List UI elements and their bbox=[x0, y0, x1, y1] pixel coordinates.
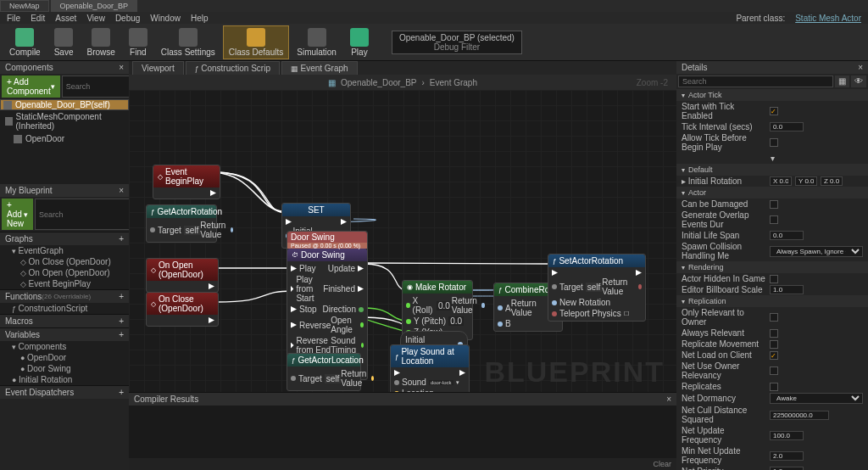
variables-header[interactable]: Variables+ bbox=[0, 328, 129, 341]
checkbox[interactable] bbox=[770, 275, 778, 283]
add-new-button[interactable]: + Add New ▾ bbox=[2, 199, 33, 230]
section-rendering[interactable]: Rendering bbox=[676, 261, 868, 273]
menu-asset[interactable]: Asset bbox=[55, 14, 76, 23]
parent-class-label: Parent class: bbox=[736, 14, 785, 23]
component-item[interactable]: StaticMeshComponent (Inherited) bbox=[0, 110, 129, 132]
number-field[interactable] bbox=[770, 451, 804, 461]
details-search-input[interactable] bbox=[678, 76, 833, 87]
number-field[interactable] bbox=[770, 285, 804, 294]
dropdown[interactable]: Always Spawn, Ignore Collisions bbox=[770, 246, 863, 257]
tab-blueprint[interactable]: Openable_Door_BP bbox=[51, 0, 138, 12]
number-field[interactable] bbox=[770, 467, 804, 470]
save-button[interactable]: Save bbox=[48, 25, 80, 59]
editor-tabs: Viewport ƒ Construction Scrip ▦ Event Gr… bbox=[129, 61, 676, 75]
checkbox[interactable] bbox=[770, 366, 778, 375]
tree-item[interactable]: ● Initial Rotation bbox=[0, 374, 129, 385]
plus-icon[interactable]: + bbox=[119, 388, 124, 397]
close-icon[interactable]: × bbox=[119, 186, 124, 195]
tree-item[interactable]: ◇ On Close (OpenDoor) bbox=[0, 256, 129, 267]
checkbox[interactable] bbox=[770, 200, 778, 209]
tree-item[interactable]: ▾ Components bbox=[0, 341, 129, 352]
tab-construction-script[interactable]: ƒ Construction Scrip bbox=[186, 61, 280, 75]
add-component-button[interactable]: + Add Component ▾ bbox=[2, 76, 60, 98]
plus-icon[interactable]: + bbox=[119, 292, 124, 301]
checkbox[interactable] bbox=[770, 107, 778, 115]
node-on-open[interactable]: ◇ On Open (OpenDoor) bbox=[146, 258, 219, 293]
myblueprint-panel-header: My Blueprint× bbox=[0, 184, 129, 197]
plus-icon[interactable]: + bbox=[119, 316, 124, 326]
eye-icon[interactable]: 👁 bbox=[851, 76, 866, 87]
number-field[interactable] bbox=[770, 231, 804, 240]
menu-file[interactable]: File bbox=[7, 14, 20, 23]
number-field[interactable] bbox=[770, 431, 804, 440]
dropdown[interactable]: Awake bbox=[770, 393, 863, 404]
checkbox[interactable] bbox=[770, 340, 778, 349]
component-item[interactable]: Openable_Door_BP(self) bbox=[0, 99, 129, 110]
checkbox[interactable] bbox=[770, 351, 778, 360]
find-button[interactable]: Find bbox=[123, 25, 153, 59]
event-graph-canvas[interactable]: ◇ Event BeginPlay ƒ GetActorRotation Tar… bbox=[129, 90, 676, 392]
menu-edit[interactable]: Edit bbox=[31, 14, 45, 23]
simulation-button[interactable]: Simulation bbox=[291, 25, 342, 59]
node-event-beginplay[interactable]: ◇ Event BeginPlay bbox=[153, 165, 220, 199]
menu-help[interactable]: Help bbox=[191, 14, 209, 23]
checkbox[interactable] bbox=[770, 329, 778, 338]
close-icon[interactable]: × bbox=[119, 63, 124, 72]
menu-window[interactable]: Window bbox=[150, 14, 181, 23]
play-button[interactable]: Play bbox=[344, 25, 375, 59]
node-play-sound[interactable]: ƒ Play Sound at Location Sound door-lock… bbox=[390, 344, 470, 392]
menu-debug[interactable]: Debug bbox=[115, 14, 140, 23]
rot-y-field[interactable] bbox=[795, 176, 817, 186]
debug-object-selector[interactable]: Openable_Door_BP (selected) Debug Filter bbox=[392, 31, 522, 54]
close-icon[interactable]: × bbox=[858, 63, 863, 72]
blueprint-watermark: BLUEPRINT bbox=[484, 355, 665, 389]
node-on-close[interactable]: ◇ On Close (OpenDoor) bbox=[146, 292, 219, 327]
menu-view[interactable]: View bbox=[86, 14, 105, 23]
window-tabs: NewMap Openable_Door_BP bbox=[0, 0, 868, 12]
checkbox[interactable] bbox=[770, 313, 778, 322]
checkbox[interactable] bbox=[770, 138, 778, 147]
graphs-header[interactable]: Graphs+ bbox=[0, 232, 129, 245]
node-set-actor-rotation[interactable]: ƒ SetActorRotation Target selfReturn Val… bbox=[548, 254, 646, 322]
compile-button[interactable]: Compile bbox=[3, 25, 47, 59]
functions-header[interactable]: Functions (26 Overridable)+ bbox=[0, 290, 129, 303]
number-field[interactable] bbox=[770, 122, 804, 131]
class-settings-button[interactable]: Class Settings bbox=[155, 25, 221, 59]
node-get-actor-rotation[interactable]: ƒ GetActorRotation Target selfReturn Val… bbox=[146, 204, 217, 243]
component-item[interactable]: OpenDoor bbox=[0, 132, 129, 145]
section-actor[interactable]: Actor bbox=[676, 187, 868, 199]
menu-bar: File Edit Asset View Debug Window Help P… bbox=[0, 12, 868, 24]
checkbox[interactable] bbox=[770, 383, 778, 391]
rot-z-field[interactable] bbox=[821, 176, 843, 186]
tab-viewport[interactable]: Viewport bbox=[132, 61, 184, 75]
parent-class-link[interactable]: Static Mesh Actor bbox=[795, 14, 861, 23]
plus-icon[interactable]: + bbox=[119, 234, 124, 243]
components-list: Openable_Door_BP(self) StaticMeshCompone… bbox=[0, 99, 129, 184]
node-get-actor-location[interactable]: ƒ GetActorLocation Target selfReturn Val… bbox=[287, 353, 361, 391]
tree-item[interactable]: ● OpenDoor bbox=[0, 352, 129, 363]
tree-item[interactable]: ƒ ConstructionScript bbox=[0, 303, 129, 314]
tab-newmap[interactable]: NewMap bbox=[0, 0, 49, 12]
zoom-indicator: Zoom -2 bbox=[637, 78, 668, 87]
filter-icon[interactable]: ▦ bbox=[835, 76, 849, 87]
compiler-results-panel: Compiler Results× Clear bbox=[129, 392, 676, 470]
myblueprint-search-input[interactable] bbox=[35, 199, 138, 230]
event-dispatchers-header[interactable]: Event Dispatchers+ bbox=[0, 386, 129, 399]
plus-icon[interactable]: + bbox=[119, 330, 124, 339]
rot-x-field[interactable] bbox=[770, 176, 792, 186]
number-field[interactable] bbox=[770, 411, 829, 420]
macros-header[interactable]: Macros+ bbox=[0, 315, 129, 327]
tab-event-graph[interactable]: ▦ Event Graph bbox=[281, 61, 358, 75]
tree-item[interactable]: ◇ Event BeginPlay bbox=[0, 278, 129, 289]
section-actor-tick[interactable]: Actor Tick bbox=[676, 89, 868, 101]
tree-item-eventgraph[interactable]: ▾ EventGraph bbox=[0, 245, 129, 256]
close-icon[interactable]: × bbox=[666, 394, 671, 404]
clear-button[interactable]: Clear bbox=[129, 458, 676, 470]
tree-item[interactable]: ● Door Swing bbox=[0, 363, 129, 374]
browse-button[interactable]: Browse bbox=[81, 25, 120, 59]
section-default[interactable]: Default bbox=[676, 164, 868, 176]
section-replication[interactable]: Replication bbox=[676, 295, 868, 307]
tree-item[interactable]: ◇ On Open (OpenDoor) bbox=[0, 267, 129, 278]
class-defaults-button[interactable]: Class Defaults bbox=[223, 25, 289, 59]
checkbox[interactable] bbox=[770, 215, 778, 224]
